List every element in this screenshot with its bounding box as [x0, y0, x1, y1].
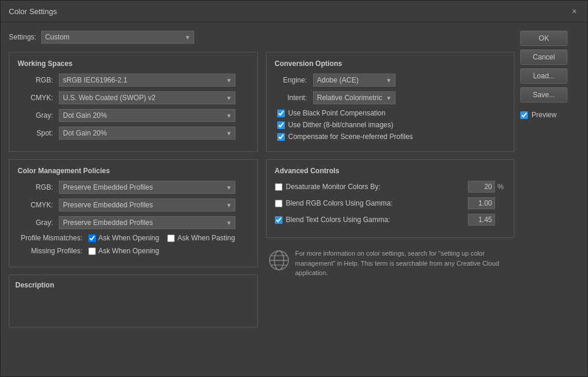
description-title: Description — [15, 281, 251, 289]
preview-label: Preview — [531, 111, 557, 119]
advanced-controls-section: Advanced Controls Desaturate Monitor Col… — [266, 159, 515, 238]
working-spaces-title: Working Spaces — [18, 59, 249, 68]
engine-row: Engine: Adobe (ACE) ▼ — [275, 74, 506, 87]
missing-ask-opening-label[interactable]: Ask When Opening — [88, 247, 159, 255]
close-button[interactable]: × — [570, 6, 579, 16]
missing-ask-opening-checkbox[interactable] — [88, 247, 96, 255]
left-panel: Settings: Custom North America General P… — [9, 31, 514, 328]
cm-cmyk-label: CMYK: — [18, 201, 53, 209]
ask-when-opening-mismatch-text: Ask When Opening — [98, 234, 159, 242]
cm-rgb-row: RGB: Preserve Embedded Profiles ▼ — [18, 181, 249, 194]
globe-icon — [268, 250, 290, 271]
black-point-checkbox[interactable] — [277, 110, 285, 117]
cmyk-select-wrapper: U.S. Web Coated (SWOP) v2 ▼ — [59, 91, 235, 104]
dither-checkbox[interactable] — [277, 121, 285, 129]
desaturate-label: Desaturate Monitor Colors By: — [286, 183, 469, 191]
desaturate-row: Desaturate Monitor Colors By: % — [275, 181, 506, 193]
compensate-row: Compensate for Scene-referred Profiles — [275, 133, 506, 141]
cmyk-label: CMYK: — [18, 94, 53, 102]
gray-field-row: Gray: Dot Gain 20% ▼ — [18, 109, 249, 122]
engine-select-wrapper: Adobe (ACE) ▼ — [313, 74, 396, 87]
cmyk-select[interactable]: U.S. Web Coated (SWOP) v2 — [59, 91, 235, 104]
working-spaces-section: Working Spaces RGB: sRGB IEC61966-2.1 ▼ — [9, 52, 258, 152]
conversion-options-title: Conversion Options — [275, 59, 506, 68]
advanced-controls-title: Advanced Controls — [275, 167, 506, 175]
cancel-button[interactable]: Cancel — [520, 49, 567, 65]
desaturate-unit: % — [497, 183, 506, 191]
intent-row: Intent: Relative Colorimetric ▼ — [275, 91, 506, 104]
ask-when-pasting-text: Ask When Pasting — [177, 234, 235, 242]
settings-row: Settings: Custom North America General P… — [9, 31, 514, 44]
spot-field-row: Spot: Dot Gain 20% ▼ — [18, 127, 249, 140]
cm-rgb-label: RGB: — [18, 183, 53, 191]
blend-rgb-input[interactable] — [468, 197, 495, 209]
dialog-title: Color Settings — [9, 7, 57, 16]
spot-select[interactable]: Dot Gain 20% — [59, 127, 235, 140]
blend-rgb-label: Blend RGB Colors Using Gamma: — [286, 199, 469, 207]
missing-profiles-checks: Ask When Opening — [88, 247, 159, 255]
compensate-label: Compensate for Scene-referred Profiles — [288, 133, 413, 141]
missing-profiles-row: Missing Profiles: Ask When Opening — [18, 247, 249, 255]
gray-select-wrapper: Dot Gain 20% ▼ — [59, 109, 235, 122]
blend-text-label: Blend Text Colors Using Gamma: — [286, 216, 469, 224]
desaturate-checkbox[interactable] — [275, 183, 283, 191]
intent-select[interactable]: Relative Colorimetric — [313, 91, 396, 104]
cmyk-field-row: CMYK: U.S. Web Coated (SWOP) v2 ▼ — [18, 91, 249, 104]
load-button[interactable]: Load... — [520, 68, 567, 84]
black-point-label: Use Black Point Compensation — [288, 109, 386, 117]
title-bar: Color Settings × — [1, 1, 587, 22]
gray-label: Gray: — [18, 111, 53, 120]
settings-select[interactable]: Custom North America General Purpose 2 M… — [41, 31, 194, 44]
rgb-select-wrapper: sRGB IEC61966-2.1 ▼ — [59, 74, 235, 87]
cm-gray-select-wrapper: Preserve Embedded Profiles ▼ — [59, 216, 235, 229]
blend-text-row: Blend Text Colors Using Gamma: — [275, 214, 506, 226]
gray-select[interactable]: Dot Gain 20% — [59, 109, 235, 122]
ask-when-pasting-label[interactable]: Ask When Pasting — [167, 234, 235, 242]
blend-rgb-row: Blend RGB Colors Using Gamma: — [275, 197, 506, 209]
ask-when-pasting-checkbox[interactable] — [167, 234, 175, 242]
left-column: Working Spaces RGB: sRGB IEC61966-2.1 ▼ — [9, 52, 258, 328]
two-column-layout: Working Spaces RGB: sRGB IEC61966-2.1 ▼ — [9, 52, 514, 328]
preview-row: Preview — [520, 111, 579, 119]
blend-text-checkbox[interactable] — [275, 216, 283, 224]
buttons-panel: OK Cancel Load... Save... Preview — [520, 31, 579, 328]
cm-rgb-select[interactable]: Preserve Embedded Profiles — [59, 181, 235, 194]
cm-gray-select[interactable]: Preserve Embedded Profiles — [59, 216, 235, 229]
preview-checkbox[interactable] — [520, 111, 528, 119]
info-text: For more information on color settings, … — [295, 249, 513, 278]
cm-cmyk-row: CMYK: Preserve Embedded Profiles ▼ — [18, 199, 249, 211]
save-button[interactable]: Save... — [520, 87, 567, 102]
ask-when-opening-mismatch-checkbox[interactable] — [88, 234, 96, 242]
profile-mismatches-row: Profile Mismatches: Ask When Opening Ask… — [18, 234, 249, 242]
spot-label: Spot: — [18, 129, 53, 137]
spot-select-wrapper: Dot Gain 20% ▼ — [59, 127, 235, 140]
ask-when-opening-mismatch-label[interactable]: Ask When Opening — [88, 234, 159, 242]
profile-mismatch-checks: Ask When Opening Ask When Pasting — [88, 234, 235, 242]
rgb-label: RGB: — [18, 76, 53, 84]
desaturate-input[interactable] — [468, 181, 495, 193]
compensate-checkbox[interactable] — [277, 133, 285, 141]
right-column: Conversion Options Engine: Adobe (ACE) ▼ — [266, 52, 515, 328]
settings-select-wrapper: Custom North America General Purpose 2 M… — [41, 31, 194, 44]
engine-label: Engine: — [275, 76, 307, 84]
color-management-title: Color Management Policies — [18, 167, 249, 175]
profile-mismatches-label: Profile Mismatches: — [18, 234, 82, 242]
missing-profiles-label: Missing Profiles: — [18, 247, 82, 255]
dither-label: Use Dither (8-bit/channel images) — [288, 121, 394, 129]
cm-gray-row: Gray: Preserve Embedded Profiles ▼ — [18, 216, 249, 229]
cm-rgb-select-wrapper: Preserve Embedded Profiles ▼ — [59, 181, 235, 194]
cm-gray-label: Gray: — [18, 219, 53, 227]
color-management-section: Color Management Policies RGB: Preserve … — [9, 159, 258, 267]
engine-select[interactable]: Adobe (ACE) — [313, 74, 396, 87]
ok-button[interactable]: OK — [520, 31, 567, 46]
black-point-row: Use Black Point Compensation — [275, 109, 506, 117]
rgb-select[interactable]: sRGB IEC61966-2.1 — [59, 74, 235, 87]
missing-ask-opening-text: Ask When Opening — [98, 247, 159, 255]
blend-rgb-checkbox[interactable] — [275, 200, 283, 207]
conversion-options-section: Conversion Options Engine: Adobe (ACE) ▼ — [266, 52, 515, 152]
dialog-content: Settings: Custom North America General P… — [1, 22, 587, 336]
cm-cmyk-select[interactable]: Preserve Embedded Profiles — [59, 199, 235, 211]
blend-text-input[interactable] — [468, 214, 495, 226]
description-box: Description — [9, 275, 258, 328]
intent-select-wrapper: Relative Colorimetric ▼ — [313, 91, 396, 104]
